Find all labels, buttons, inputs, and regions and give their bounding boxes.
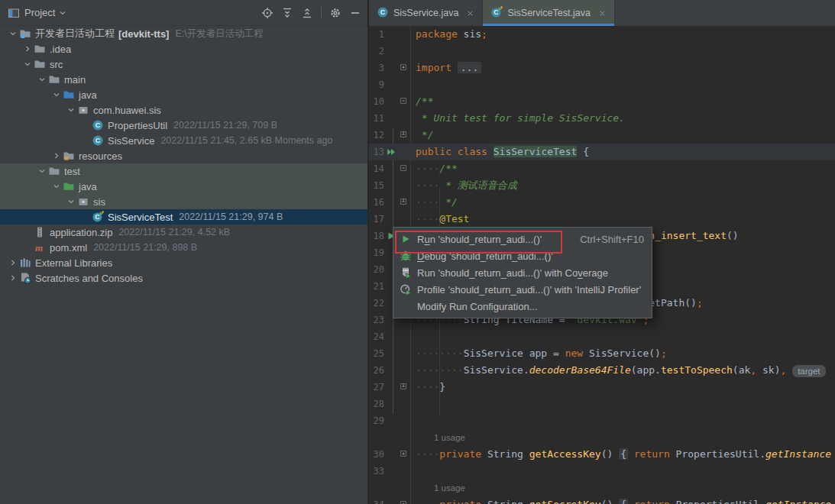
tree-item[interactable]: java bbox=[0, 179, 367, 194]
code-line: 14····/** bbox=[369, 160, 835, 177]
chevron-down-icon[interactable] bbox=[50, 90, 63, 99]
gutter-run-slot bbox=[384, 362, 398, 379]
fold-plus-icon[interactable] bbox=[398, 446, 410, 463]
tab-sisservicetest-java[interactable]: CSisServiceTest.java bbox=[483, 0, 614, 26]
fold-minus-icon[interactable] bbox=[398, 160, 410, 177]
fold-end-icon[interactable] bbox=[398, 194, 410, 211]
panel-title[interactable]: Project bbox=[24, 7, 55, 18]
chevron-down-icon[interactable] bbox=[35, 75, 48, 84]
hide-icon[interactable] bbox=[349, 7, 361, 19]
code-line: 9 bbox=[369, 76, 835, 93]
run-class-icon[interactable] bbox=[384, 144, 398, 160]
tree-item[interactable]: application.zip2022/11/15 21:29, 4.52 kB bbox=[0, 225, 367, 240]
folder-icon bbox=[48, 165, 60, 177]
gutter-run-slot bbox=[384, 463, 398, 480]
fold-end-icon[interactable] bbox=[398, 379, 410, 396]
chevron-down-icon[interactable] bbox=[6, 29, 19, 38]
code-token: @Test bbox=[439, 213, 469, 225]
chevron-right-icon[interactable] bbox=[6, 258, 19, 267]
fold-minus-icon[interactable] bbox=[398, 93, 410, 110]
menu-item-profile[interactable]: Profile 'should_return_audi...()' with '… bbox=[393, 281, 652, 298]
code-token: String bbox=[481, 448, 529, 460]
tree-item[interactable]: CSisService2022/11/15 21:45, 2.65 kB Mom… bbox=[0, 133, 367, 148]
chevron-right-icon[interactable] bbox=[6, 273, 19, 283]
tree-item[interactable]: sis bbox=[0, 194, 367, 209]
package-icon bbox=[77, 104, 89, 116]
fold-plus-icon[interactable] bbox=[398, 60, 410, 76]
collapse-all-icon[interactable] bbox=[301, 7, 313, 19]
file-meta: 2022/11/15 21:29, 709 B bbox=[173, 120, 277, 131]
debug-icon bbox=[400, 250, 412, 262]
code-token: ···· bbox=[416, 381, 439, 393]
tree-item[interactable]: 开发者日活动工程[devkit-tts]E:\开发者日活动工程 bbox=[0, 26, 367, 41]
usage-inlay[interactable]: 1 usage bbox=[434, 433, 465, 442]
gutter-run-slot bbox=[384, 194, 398, 211]
folder-icon bbox=[48, 73, 60, 86]
tree-item-label: java bbox=[79, 181, 97, 192]
tab-sisservice-java[interactable]: CSisService.java bbox=[369, 0, 483, 26]
code-line-text: ····/** bbox=[410, 160, 835, 177]
project-tool-window-icon[interactable] bbox=[8, 7, 20, 19]
code-token: ···· bbox=[416, 179, 439, 191]
chevron-down-icon[interactable] bbox=[58, 8, 67, 18]
menu-item-run-with-coverage[interactable]: Run 'should_return_audi...()' with Cover… bbox=[393, 264, 652, 281]
code-line-text: 1 usage bbox=[410, 480, 835, 496]
code-line: 13public class SisServiceTest { bbox=[369, 144, 835, 160]
code-token: () bbox=[601, 499, 619, 504]
gutter-run-slot bbox=[384, 328, 398, 345]
chevron-down-icon[interactable] bbox=[21, 60, 34, 69]
tree-item[interactable]: src bbox=[0, 57, 367, 72]
code-token: () bbox=[727, 230, 739, 241]
settings-icon[interactable] bbox=[329, 7, 341, 19]
svg-text:C: C bbox=[380, 8, 386, 16]
line-number: 24 bbox=[369, 328, 384, 345]
fold-end-icon[interactable] bbox=[398, 127, 410, 144]
usage-inlay[interactable]: 1 usage bbox=[434, 483, 465, 493]
run-context-menu: Run 'should_return_audi...()'Ctrl+Shift+… bbox=[393, 227, 652, 318]
chevron-right-icon[interactable] bbox=[21, 44, 34, 53]
tree-item[interactable]: main bbox=[0, 72, 367, 87]
line-number: 27 bbox=[369, 379, 384, 396]
chevron-down-icon[interactable] bbox=[64, 105, 77, 115]
chevron-down-icon[interactable] bbox=[64, 197, 77, 206]
profiler-icon bbox=[400, 283, 412, 296]
tree-item[interactable]: Scratches and Consoles bbox=[0, 270, 367, 286]
tree-item[interactable]: CPropertiesUtil2022/11/15 21:29, 709 B bbox=[0, 118, 367, 133]
code-line-text: ····@Test bbox=[410, 211, 835, 228]
source-folder-icon bbox=[63, 89, 75, 101]
line-number: 10 bbox=[369, 93, 384, 110]
menu-item-modify-run-configuration[interactable]: Modify Run Configuration... bbox=[393, 298, 652, 315]
menu-item-label: Run 'should_return_audi...()' bbox=[417, 234, 542, 245]
tree-item[interactable]: test bbox=[0, 163, 367, 179]
tree-item[interactable]: CSisServiceTest2022/11/15 21:29, 974 B bbox=[0, 209, 367, 225]
chevron-down-icon[interactable] bbox=[50, 182, 63, 191]
tree-item[interactable]: mpom.xml2022/11/15 21:29, 898 B bbox=[0, 240, 367, 255]
tree-item-label: 开发者日活动工程 bbox=[35, 27, 115, 40]
fold-plus-icon[interactable] bbox=[398, 496, 410, 504]
project-panel-header: Project bbox=[0, 0, 367, 26]
line-number: 2 bbox=[369, 43, 384, 60]
line-number: 13 bbox=[369, 144, 384, 160]
menu-item-run[interactable]: Run 'should_return_audi...()'Ctrl+Shift+… bbox=[393, 231, 652, 247]
tree-item[interactable]: External Libraries bbox=[0, 255, 367, 270]
chevron-right-icon[interactable] bbox=[50, 151, 63, 160]
close-icon[interactable] bbox=[598, 9, 607, 18]
tree-item-label: PropertiesUtil bbox=[108, 120, 167, 131]
test-folder-icon bbox=[63, 180, 75, 192]
chevron-down-icon[interactable] bbox=[35, 166, 48, 176]
tree-item[interactable]: java bbox=[0, 87, 367, 102]
expand-all-icon[interactable] bbox=[281, 7, 293, 19]
tree-item[interactable]: resources bbox=[0, 148, 367, 163]
tree-item[interactable]: .idea bbox=[0, 41, 367, 57]
tree-item-label: SisService bbox=[108, 135, 154, 147]
code-token: public bbox=[416, 146, 451, 157]
menu-item-debug[interactable]: Debug 'should_return_audi...()' bbox=[393, 247, 652, 264]
menu-item-label: Debug 'should_return_audi...()' bbox=[417, 250, 553, 262]
gutter-run-slot bbox=[384, 160, 398, 177]
code-line-text bbox=[410, 43, 835, 60]
close-icon[interactable] bbox=[466, 9, 474, 18]
tree-item[interactable]: com.huawei.sis bbox=[0, 102, 367, 118]
project-panel: Project 开发者日活动工程[devkit-tts]E:\开发者日活动工程.… bbox=[0, 0, 367, 504]
locate-icon[interactable] bbox=[261, 7, 273, 19]
code-token: * Unit test for simple SisService. bbox=[416, 112, 625, 124]
